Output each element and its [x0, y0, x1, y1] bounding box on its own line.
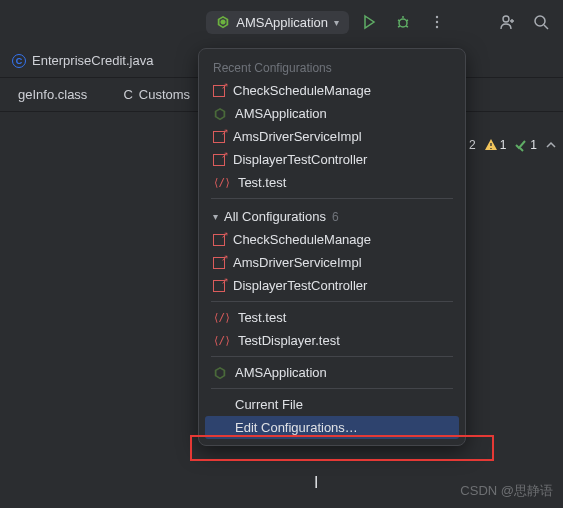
svg-point-2: [436, 21, 438, 23]
class-icon: C: [12, 54, 26, 68]
separator: [211, 356, 453, 357]
separator: [211, 301, 453, 302]
config-label: CheckScheduleManage: [233, 83, 451, 98]
search-button[interactable]: [527, 8, 555, 36]
tab-customs[interactable]: C Customs: [105, 78, 208, 111]
code-with-me-button[interactable]: [493, 8, 521, 36]
tab-label: Customs: [139, 87, 190, 102]
config-item-checkschedule-all[interactable]: CheckScheduleManage: [199, 228, 465, 251]
config-item-testtest[interactable]: ⟨/⟩ Test.test: [199, 171, 465, 194]
more-actions-button[interactable]: [423, 8, 451, 36]
text-cursor-icon: I: [314, 474, 318, 492]
ok-count: 1: [530, 138, 537, 152]
all-configs-count: 6: [332, 210, 339, 224]
svg-point-0: [399, 19, 407, 27]
tab-geinfo[interactable]: geInfo.class: [0, 78, 105, 111]
config-item-displayer-all[interactable]: DisplayerTestController: [199, 274, 465, 297]
junit-icon: [213, 131, 225, 143]
config-item-testtest-all[interactable]: ⟨/⟩ Test.test: [199, 306, 465, 329]
warnings-indicator[interactable]: 1: [484, 138, 507, 152]
tab-label: geInfo.class: [18, 87, 87, 102]
config-label: TestDisplayer.test: [238, 333, 451, 348]
config-label: AmsDriverServiceImpl: [233, 255, 451, 270]
config-label: CheckScheduleManage: [233, 232, 451, 247]
error-count: 2: [469, 138, 476, 152]
ok-indicator[interactable]: 1: [514, 138, 537, 152]
svg-point-3: [436, 26, 438, 28]
tab-enterprise-credit[interactable]: C EnterpriseCredit.java: [0, 44, 165, 77]
junit-icon: [213, 280, 225, 292]
config-item-testdisplayer[interactable]: ⟨/⟩ TestDisplayer.test: [199, 329, 465, 352]
svg-point-4: [503, 16, 509, 22]
config-label: AMSApplication: [235, 365, 451, 380]
all-configs-header[interactable]: ▾ All Configurations 6: [199, 203, 465, 228]
config-label: Test.test: [238, 310, 451, 325]
svg-point-1: [436, 16, 438, 18]
junit-icon: [213, 85, 225, 97]
debug-button[interactable]: [389, 8, 417, 36]
expand-icon: ▾: [213, 211, 218, 222]
maven-icon: ⟨/⟩: [213, 311, 230, 324]
config-item-amsapp[interactable]: AMSApplication: [199, 102, 465, 125]
current-file-item[interactable]: Current File: [199, 393, 465, 416]
toolbar: AMSApplication ▾: [0, 0, 563, 44]
run-config-popup: Recent Configurations CheckScheduleManag…: [198, 48, 466, 446]
svg-point-5: [535, 16, 545, 26]
spring-boot-icon: [213, 366, 227, 380]
config-item-amsdriver-all[interactable]: AmsDriverServiceImpl: [199, 251, 465, 274]
watermark: CSDN @思静语: [460, 482, 553, 500]
junit-icon: [213, 154, 225, 166]
config-label: AmsDriverServiceImpl: [233, 129, 451, 144]
config-label: Edit Configurations…: [235, 420, 451, 435]
config-item-checkschedule[interactable]: CheckScheduleManage: [199, 79, 465, 102]
run-button[interactable]: [355, 8, 383, 36]
class-icon: C: [123, 87, 132, 102]
separator: [211, 198, 453, 199]
config-label: DisplayerTestController: [233, 278, 451, 293]
all-configs-label: All Configurations: [224, 209, 326, 224]
config-item-amsapp-all[interactable]: AMSApplication: [199, 361, 465, 384]
config-item-amsdriver[interactable]: AmsDriverServiceImpl: [199, 125, 465, 148]
config-label: Test.test: [238, 175, 451, 190]
maven-icon: ⟨/⟩: [213, 334, 230, 347]
edit-configurations-item[interactable]: Edit Configurations…: [205, 416, 459, 439]
spring-boot-icon: [213, 107, 227, 121]
config-item-displayer[interactable]: DisplayerTestController: [199, 148, 465, 171]
recent-header: Recent Configurations: [199, 55, 465, 79]
inspection-status: 2 1 1: [453, 138, 557, 152]
separator: [211, 388, 453, 389]
junit-icon: [213, 234, 225, 246]
junit-icon: [213, 257, 225, 269]
warning-count: 1: [500, 138, 507, 152]
config-label: Current File: [235, 397, 451, 412]
chevron-down-icon: ▾: [334, 17, 339, 28]
config-label: DisplayerTestController: [233, 152, 451, 167]
maven-icon: ⟨/⟩: [213, 176, 230, 189]
config-label: AMSApplication: [235, 106, 451, 121]
spring-boot-icon: [216, 15, 230, 29]
tab-label: EnterpriseCredit.java: [32, 53, 153, 68]
warning-icon: [484, 138, 498, 152]
collapse-icon[interactable]: [545, 139, 557, 151]
run-config-selector[interactable]: AMSApplication ▾: [206, 11, 349, 34]
check-icon: [514, 138, 528, 152]
run-config-label: AMSApplication: [236, 15, 328, 30]
